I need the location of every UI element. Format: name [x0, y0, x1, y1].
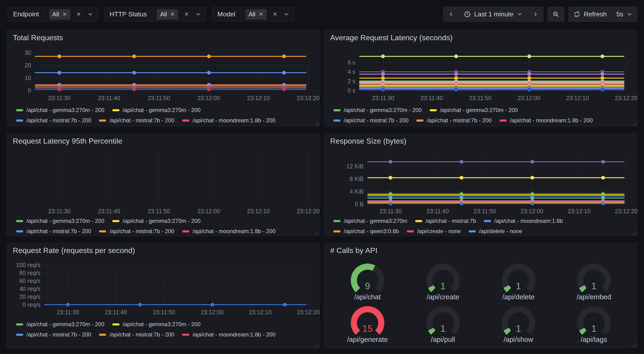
panel-resize-handle[interactable]	[632, 343, 636, 347]
gauge-label: /api/tags	[581, 335, 607, 343]
x-axis-tick-label: 23:12:10	[236, 207, 281, 215]
data-point	[530, 160, 534, 164]
data-point	[600, 72, 604, 76]
filter-endpoint-chip[interactable]: All ✕	[49, 9, 70, 20]
time-shift-back-button[interactable]	[443, 7, 459, 22]
time-shift-forward-button[interactable]	[528, 7, 543, 22]
legend-item[interactable]: /api/chat - gemma3:270m - 200	[112, 107, 201, 113]
legend-series-swatch	[182, 120, 189, 122]
gauge-arc: 1	[577, 263, 611, 292]
legend-item[interactable]: /api/chat - gemma3:270m - 200	[430, 107, 518, 113]
legend-item[interactable]: /api/chat - mistral:7b - 200	[99, 117, 174, 124]
data-point	[138, 303, 142, 306]
panel-title[interactable]: Total Requests	[13, 34, 63, 42]
legend-item[interactable]: /api/chat - moondream:1.8b - 200	[182, 331, 276, 338]
legend-series-swatch	[112, 220, 120, 222]
clear-icon[interactable]: ✕	[76, 12, 81, 17]
legend-item[interactable]: /api/create - none	[407, 228, 461, 234]
series-line	[359, 56, 624, 57]
legend-series-swatch	[112, 109, 120, 111]
series-line	[359, 89, 624, 90]
remove-icon[interactable]: ✕	[62, 12, 67, 17]
legend-series-swatch	[16, 220, 23, 222]
filter-endpoint-value[interactable]: All ✕ ✕	[44, 7, 98, 21]
panel-title[interactable]: Request Latency 95th Percentile	[13, 137, 122, 145]
data-point	[381, 72, 385, 76]
legend-item[interactable]: /api/chat - moondream:1.8b - 200	[182, 117, 276, 124]
clear-icon[interactable]: ✕	[273, 12, 277, 17]
legend-item[interactable]: /api/chat - moondream:1.8b	[484, 218, 563, 224]
series-line	[359, 78, 624, 79]
chevron-left-icon	[448, 11, 454, 17]
filter-http-status-chip[interactable]: All ✕	[157, 9, 178, 20]
clear-icon[interactable]: ✕	[184, 12, 189, 17]
filter-model-value[interactable]: All ✕ ✕	[241, 7, 294, 21]
data-point	[66, 303, 70, 306]
legend-series-label: /api/chat - qwen3:0.6b	[344, 228, 399, 234]
legend-series-swatch	[182, 230, 189, 232]
gauge-label: /api/show	[504, 335, 533, 343]
data-point	[528, 72, 531, 76]
remove-icon[interactable]: ✕	[259, 12, 263, 17]
filter-http-status[interactable]: HTTP Status All ✕ ✕	[104, 7, 206, 22]
legend-series-swatch	[484, 220, 491, 222]
data-point	[528, 55, 531, 58]
legend-item[interactable]: /api/chat - mistral:7b - 200	[99, 228, 174, 234]
chevron-down-icon[interactable]	[284, 11, 290, 17]
data-point	[460, 160, 463, 164]
legend-series-label: /api/chat - mistral:7b - 200	[344, 117, 408, 124]
series-line	[35, 89, 306, 90]
legend-item[interactable]: /api/chat - mistral:7b - 200	[334, 117, 408, 124]
legend-item[interactable]: /api/chat - gemma3:270m - 200	[16, 321, 104, 327]
chevron-down-icon[interactable]	[87, 11, 93, 17]
gauge-arc: 1	[502, 306, 535, 335]
legend-item[interactable]: /api/chat - gemma3:270m - 200	[334, 107, 422, 113]
x-axis-tick-label: 23:11:30	[368, 207, 413, 215]
legend-item[interactable]: /api/chat - gemma3:270m - 200	[112, 321, 201, 327]
chevron-down-icon[interactable]	[195, 11, 201, 17]
panel-title[interactable]: Response Size (bytes)	[330, 137, 406, 145]
time-range-picker[interactable]: Last 1 minute	[459, 7, 528, 22]
legend-item[interactable]: /api/chat - gemma3:270m - 200	[16, 218, 104, 224]
panel-title[interactable]: # Calls by API	[330, 246, 378, 255]
legend-series-label: /api/delete - none	[479, 228, 522, 234]
panel-resize-handle[interactable]	[314, 343, 319, 347]
legend-item[interactable]: /api/chat - gemma3:270m - 200	[112, 218, 201, 224]
legend-item[interactable]: /api/chat - gemma3:270m - 200	[16, 107, 104, 113]
legend-series-swatch	[407, 230, 414, 232]
remove-icon[interactable]: ✕	[170, 12, 175, 17]
legend-item[interactable]: /api/delete - none	[469, 228, 522, 234]
panel-title[interactable]: Request Rate (requests per second)	[13, 246, 135, 255]
refresh-interval-picker[interactable]: 5s	[611, 7, 638, 22]
zoom-out-button[interactable]	[548, 7, 564, 22]
legend-item[interactable]: /api/chat - moondream:1.8b - 200	[500, 117, 593, 124]
legend-item[interactable]: /api/chat - gemma3:270m	[334, 218, 407, 224]
filter-model[interactable]: Model All ✕ ✕	[212, 7, 294, 22]
refresh-button[interactable]: Refresh	[568, 7, 612, 22]
h-gridline	[359, 91, 631, 91]
legend-series-swatch	[99, 120, 106, 122]
filter-model-chip-text: All	[249, 11, 256, 18]
legend-item[interactable]: /api/chat - qwen3:0.6b	[334, 228, 399, 234]
legend-series-label: /api/create - none	[417, 228, 461, 234]
x-axis-tick-label: 23:11:40	[87, 94, 131, 102]
legend-item[interactable]: /api/chat - mistral:7b - 200	[416, 117, 492, 124]
x-axis-tick-label: 23:11:50	[137, 207, 181, 215]
legend-item[interactable]: /api/chat - mistral:7b - 200	[16, 117, 91, 124]
series-line	[367, 195, 624, 196]
gauge-arc: 1	[502, 263, 535, 292]
legend-item[interactable]: /api/chat - mistral:7b - 200	[16, 228, 91, 234]
filter-http-status-value[interactable]: All ✕ ✕	[152, 7, 206, 21]
panel-title[interactable]: Average Request Latency (seconds)	[330, 34, 452, 42]
h-gridline	[44, 273, 313, 273]
panel-average-request-latency: Average Request Latency (seconds) 0 s2 s…	[324, 30, 638, 127]
legend-item[interactable]: /api/chat - moondream:1.8b - 200	[182, 228, 276, 234]
filter-model-chip[interactable]: All ✕	[245, 9, 266, 20]
v-gridline	[109, 150, 109, 204]
legend-item[interactable]: /api/chat - mistral:7b	[415, 218, 476, 224]
refresh-interval-label: 5s	[616, 11, 623, 18]
data-point	[282, 55, 286, 58]
legend-item[interactable]: /api/chat - mistral:7b - 200	[99, 331, 174, 338]
filter-endpoint[interactable]: Endpoint All ✕ ✕	[8, 7, 98, 22]
legend-item[interactable]: /api/chat - mistral:7b - 200	[16, 331, 91, 338]
